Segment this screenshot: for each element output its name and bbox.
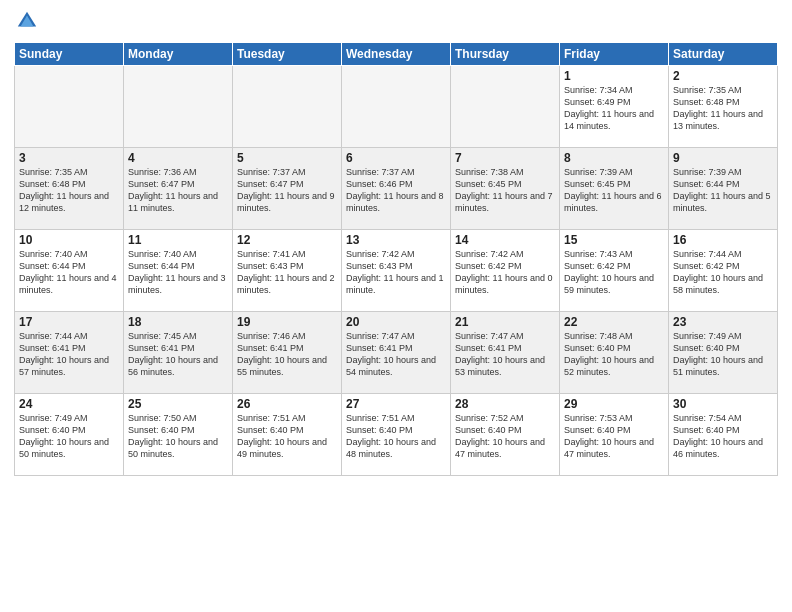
calendar-cell: 6Sunrise: 7:37 AMSunset: 6:46 PMDaylight… xyxy=(342,148,451,230)
calendar-header-monday: Monday xyxy=(124,43,233,66)
day-number: 30 xyxy=(673,397,773,411)
day-number: 16 xyxy=(673,233,773,247)
day-info: Sunrise: 7:41 AMSunset: 6:43 PMDaylight:… xyxy=(237,248,337,297)
calendar-cell: 16Sunrise: 7:44 AMSunset: 6:42 PMDayligh… xyxy=(669,230,778,312)
day-number: 11 xyxy=(128,233,228,247)
day-info: Sunrise: 7:40 AMSunset: 6:44 PMDaylight:… xyxy=(128,248,228,297)
day-info: Sunrise: 7:51 AMSunset: 6:40 PMDaylight:… xyxy=(237,412,337,461)
calendar-cell xyxy=(342,66,451,148)
day-info: Sunrise: 7:38 AMSunset: 6:45 PMDaylight:… xyxy=(455,166,555,215)
day-number: 2 xyxy=(673,69,773,83)
calendar-cell xyxy=(15,66,124,148)
calendar-cell: 1Sunrise: 7:34 AMSunset: 6:49 PMDaylight… xyxy=(560,66,669,148)
day-info: Sunrise: 7:47 AMSunset: 6:41 PMDaylight:… xyxy=(346,330,446,379)
day-info: Sunrise: 7:35 AMSunset: 6:48 PMDaylight:… xyxy=(19,166,119,215)
calendar-cell: 26Sunrise: 7:51 AMSunset: 6:40 PMDayligh… xyxy=(233,394,342,476)
day-info: Sunrise: 7:44 AMSunset: 6:41 PMDaylight:… xyxy=(19,330,119,379)
day-number: 20 xyxy=(346,315,446,329)
day-info: Sunrise: 7:48 AMSunset: 6:40 PMDaylight:… xyxy=(564,330,664,379)
calendar-cell xyxy=(451,66,560,148)
calendar-cell: 11Sunrise: 7:40 AMSunset: 6:44 PMDayligh… xyxy=(124,230,233,312)
calendar-cell: 25Sunrise: 7:50 AMSunset: 6:40 PMDayligh… xyxy=(124,394,233,476)
calendar-cell: 4Sunrise: 7:36 AMSunset: 6:47 PMDaylight… xyxy=(124,148,233,230)
calendar-cell: 20Sunrise: 7:47 AMSunset: 6:41 PMDayligh… xyxy=(342,312,451,394)
calendar-cell: 28Sunrise: 7:52 AMSunset: 6:40 PMDayligh… xyxy=(451,394,560,476)
day-number: 12 xyxy=(237,233,337,247)
calendar-header-tuesday: Tuesday xyxy=(233,43,342,66)
day-info: Sunrise: 7:53 AMSunset: 6:40 PMDaylight:… xyxy=(564,412,664,461)
calendar-cell: 14Sunrise: 7:42 AMSunset: 6:42 PMDayligh… xyxy=(451,230,560,312)
calendar-cell: 7Sunrise: 7:38 AMSunset: 6:45 PMDaylight… xyxy=(451,148,560,230)
day-info: Sunrise: 7:51 AMSunset: 6:40 PMDaylight:… xyxy=(346,412,446,461)
day-info: Sunrise: 7:52 AMSunset: 6:40 PMDaylight:… xyxy=(455,412,555,461)
day-number: 6 xyxy=(346,151,446,165)
day-number: 13 xyxy=(346,233,446,247)
day-number: 14 xyxy=(455,233,555,247)
calendar-week-row: 1Sunrise: 7:34 AMSunset: 6:49 PMDaylight… xyxy=(15,66,778,148)
day-number: 8 xyxy=(564,151,664,165)
day-info: Sunrise: 7:37 AMSunset: 6:46 PMDaylight:… xyxy=(346,166,446,215)
calendar-cell: 12Sunrise: 7:41 AMSunset: 6:43 PMDayligh… xyxy=(233,230,342,312)
day-number: 5 xyxy=(237,151,337,165)
day-info: Sunrise: 7:46 AMSunset: 6:41 PMDaylight:… xyxy=(237,330,337,379)
day-number: 17 xyxy=(19,315,119,329)
calendar-header-sunday: Sunday xyxy=(15,43,124,66)
logo xyxy=(14,10,38,36)
day-info: Sunrise: 7:45 AMSunset: 6:41 PMDaylight:… xyxy=(128,330,228,379)
calendar-header-friday: Friday xyxy=(560,43,669,66)
day-info: Sunrise: 7:49 AMSunset: 6:40 PMDaylight:… xyxy=(19,412,119,461)
day-number: 19 xyxy=(237,315,337,329)
day-info: Sunrise: 7:35 AMSunset: 6:48 PMDaylight:… xyxy=(673,84,773,133)
day-number: 18 xyxy=(128,315,228,329)
day-number: 3 xyxy=(19,151,119,165)
day-number: 29 xyxy=(564,397,664,411)
calendar-cell: 5Sunrise: 7:37 AMSunset: 6:47 PMDaylight… xyxy=(233,148,342,230)
day-number: 22 xyxy=(564,315,664,329)
calendar-cell: 9Sunrise: 7:39 AMSunset: 6:44 PMDaylight… xyxy=(669,148,778,230)
calendar-cell: 19Sunrise: 7:46 AMSunset: 6:41 PMDayligh… xyxy=(233,312,342,394)
day-info: Sunrise: 7:54 AMSunset: 6:40 PMDaylight:… xyxy=(673,412,773,461)
day-info: Sunrise: 7:34 AMSunset: 6:49 PMDaylight:… xyxy=(564,84,664,133)
day-info: Sunrise: 7:50 AMSunset: 6:40 PMDaylight:… xyxy=(128,412,228,461)
day-info: Sunrise: 7:39 AMSunset: 6:45 PMDaylight:… xyxy=(564,166,664,215)
calendar-header-row: SundayMondayTuesdayWednesdayThursdayFrid… xyxy=(15,43,778,66)
day-number: 25 xyxy=(128,397,228,411)
calendar-week-row: 24Sunrise: 7:49 AMSunset: 6:40 PMDayligh… xyxy=(15,394,778,476)
calendar-cell: 30Sunrise: 7:54 AMSunset: 6:40 PMDayligh… xyxy=(669,394,778,476)
day-info: Sunrise: 7:49 AMSunset: 6:40 PMDaylight:… xyxy=(673,330,773,379)
calendar-cell: 21Sunrise: 7:47 AMSunset: 6:41 PMDayligh… xyxy=(451,312,560,394)
day-info: Sunrise: 7:42 AMSunset: 6:43 PMDaylight:… xyxy=(346,248,446,297)
day-info: Sunrise: 7:40 AMSunset: 6:44 PMDaylight:… xyxy=(19,248,119,297)
day-number: 21 xyxy=(455,315,555,329)
day-info: Sunrise: 7:44 AMSunset: 6:42 PMDaylight:… xyxy=(673,248,773,297)
logo-icon xyxy=(16,10,38,32)
day-number: 23 xyxy=(673,315,773,329)
calendar-cell xyxy=(233,66,342,148)
calendar-cell: 18Sunrise: 7:45 AMSunset: 6:41 PMDayligh… xyxy=(124,312,233,394)
day-number: 9 xyxy=(673,151,773,165)
calendar-week-row: 17Sunrise: 7:44 AMSunset: 6:41 PMDayligh… xyxy=(15,312,778,394)
calendar-cell: 2Sunrise: 7:35 AMSunset: 6:48 PMDaylight… xyxy=(669,66,778,148)
calendar-cell: 27Sunrise: 7:51 AMSunset: 6:40 PMDayligh… xyxy=(342,394,451,476)
calendar-cell: 3Sunrise: 7:35 AMSunset: 6:48 PMDaylight… xyxy=(15,148,124,230)
day-info: Sunrise: 7:47 AMSunset: 6:41 PMDaylight:… xyxy=(455,330,555,379)
calendar-header-wednesday: Wednesday xyxy=(342,43,451,66)
calendar-cell: 10Sunrise: 7:40 AMSunset: 6:44 PMDayligh… xyxy=(15,230,124,312)
page-container: SundayMondayTuesdayWednesdayThursdayFrid… xyxy=(0,0,792,484)
day-info: Sunrise: 7:42 AMSunset: 6:42 PMDaylight:… xyxy=(455,248,555,297)
day-info: Sunrise: 7:36 AMSunset: 6:47 PMDaylight:… xyxy=(128,166,228,215)
day-number: 7 xyxy=(455,151,555,165)
calendar-cell: 17Sunrise: 7:44 AMSunset: 6:41 PMDayligh… xyxy=(15,312,124,394)
header xyxy=(14,10,778,36)
day-number: 27 xyxy=(346,397,446,411)
day-info: Sunrise: 7:39 AMSunset: 6:44 PMDaylight:… xyxy=(673,166,773,215)
day-number: 24 xyxy=(19,397,119,411)
calendar-cell: 8Sunrise: 7:39 AMSunset: 6:45 PMDaylight… xyxy=(560,148,669,230)
day-number: 28 xyxy=(455,397,555,411)
day-number: 26 xyxy=(237,397,337,411)
day-info: Sunrise: 7:37 AMSunset: 6:47 PMDaylight:… xyxy=(237,166,337,215)
calendar-cell: 24Sunrise: 7:49 AMSunset: 6:40 PMDayligh… xyxy=(15,394,124,476)
calendar-cell xyxy=(124,66,233,148)
calendar-header-thursday: Thursday xyxy=(451,43,560,66)
calendar-cell: 29Sunrise: 7:53 AMSunset: 6:40 PMDayligh… xyxy=(560,394,669,476)
